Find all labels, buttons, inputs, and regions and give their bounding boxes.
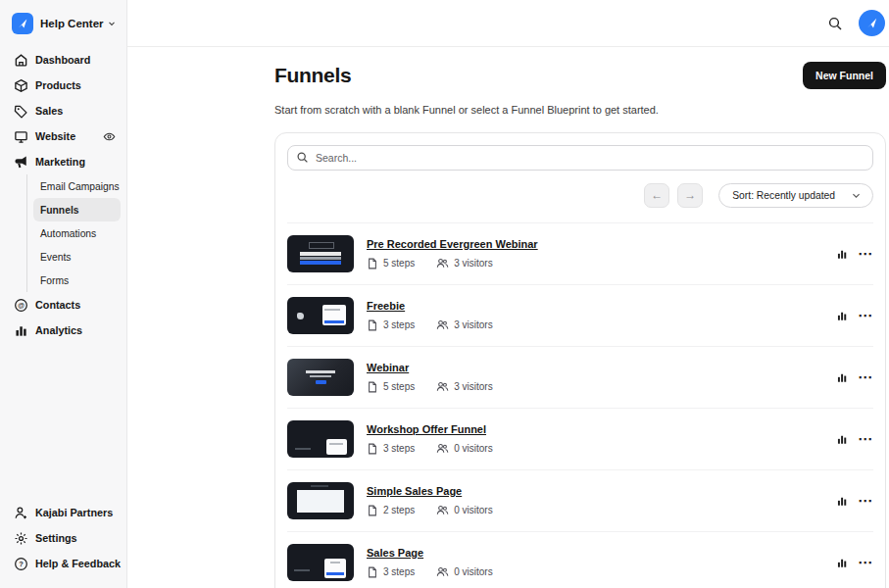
funnel-thumbnail[interactable]	[287, 420, 354, 458]
funnel-analytics-icon[interactable]	[836, 371, 849, 384]
funnel-thumbnail[interactable]	[287, 235, 354, 272]
sidebar-item-sales[interactable]: Sales	[0, 98, 126, 123]
sidebar: Help Center Dashboard Products Sales	[0, 0, 127, 588]
funnel-row: Freebie 3 steps 3 visitors ⋯	[287, 284, 873, 346]
more-menu-button[interactable]: ⋯	[858, 558, 873, 567]
steps-count: 2 steps	[367, 505, 415, 516]
sidebar-item-settings[interactable]: Settings	[0, 525, 126, 551]
gear-icon	[14, 531, 28, 546]
search-input[interactable]	[287, 145, 873, 171]
page-icon	[367, 319, 378, 331]
svg-text:@: @	[18, 301, 25, 308]
funnel-analytics-icon[interactable]	[836, 310, 849, 322]
funnels-card: ← → Sort: Recently updated Pre Recorded …	[274, 132, 886, 588]
steps-count: 3 steps	[367, 319, 415, 331]
chevron-down-icon	[851, 190, 862, 201]
page-icon	[367, 505, 378, 516]
funnel-title-link[interactable]: Sales Page	[367, 547, 493, 559]
more-menu-button[interactable]: ⋯	[858, 311, 873, 320]
next-page-button[interactable]: →	[677, 183, 703, 208]
tag-icon	[14, 104, 28, 119]
funnel-row: Simple Sales Page 2 steps 0 visitors ⋯	[287, 469, 873, 531]
at-circle-icon: @	[14, 298, 28, 313]
steps-count: 5 steps	[367, 381, 415, 393]
sidebar-item-contacts[interactable]: @ Contacts	[0, 292, 126, 318]
sidebar-item-website[interactable]: Website	[0, 123, 126, 149]
steps-count: 5 steps	[367, 258, 415, 270]
eye-icon[interactable]	[103, 130, 116, 143]
search-icon[interactable]	[820, 9, 850, 38]
sidebar-nav: Dashboard Products Sales Website	[0, 47, 126, 343]
more-menu-button[interactable]: ⋯	[858, 434, 873, 444]
question-circle-icon: ?	[14, 557, 28, 571]
sidebar-item-analytics[interactable]: Analytics	[0, 318, 126, 343]
funnel-list: Pre Recorded Evergreen Webinar 5 steps 3…	[287, 222, 873, 588]
people-icon	[436, 380, 449, 393]
funnel-row: Workshop Offer Funnel 3 steps 0 visitors…	[287, 408, 873, 469]
sidebar-item-label: Marketing	[35, 156, 85, 168]
visitors-count: 0 visitors	[436, 565, 492, 578]
megaphone-icon	[14, 155, 28, 170]
sidebar-subitem-events[interactable]: Events	[33, 245, 121, 269]
people-icon	[436, 257, 449, 270]
funnel-row: Pre Recorded Evergreen Webinar 5 steps 3…	[287, 222, 873, 284]
people-icon	[436, 442, 449, 455]
visitors-count: 3 visitors	[436, 318, 492, 331]
sidebar-item-marketing[interactable]: Marketing	[0, 149, 126, 174]
funnel-title-link[interactable]: Simple Sales Page	[367, 485, 493, 497]
funnel-title-link[interactable]: Workshop Offer Funnel	[367, 423, 493, 435]
visitors-count: 0 visitors	[436, 442, 492, 455]
sidebar-item-label: Sales	[35, 105, 63, 117]
page-icon	[367, 381, 378, 393]
sidebar-item-products[interactable]: Products	[0, 73, 126, 98]
sidebar-subitem-forms[interactable]: Forms	[33, 269, 121, 292]
page-icon	[367, 443, 378, 455]
sidebar-footer: Kajabi Partners Settings ? Help & Feedba…	[0, 500, 126, 576]
funnel-row: Sales Page 3 steps 0 visitors ⋯	[287, 531, 873, 588]
workspace-name: Help Center	[40, 18, 104, 29]
more-menu-button[interactable]: ⋯	[858, 372, 873, 382]
people-icon	[436, 318, 449, 331]
sidebar-item-label: Kajabi Partners	[35, 507, 113, 518]
funnel-thumbnail[interactable]	[287, 297, 354, 334]
funnel-title-link[interactable]: Pre Recorded Evergreen Webinar	[367, 238, 538, 250]
sidebar-subitem-email-campaigns[interactable]: Email Campaigns	[33, 174, 121, 198]
monitor-icon	[14, 129, 28, 144]
sidebar-item-kajabi-partners[interactable]: Kajabi Partners	[0, 500, 126, 525]
funnel-thumbnail[interactable]	[287, 482, 354, 519]
prev-page-button[interactable]: ←	[644, 183, 669, 208]
sort-dropdown[interactable]: Sort: Recently updated	[718, 183, 873, 208]
more-menu-button[interactable]: ⋯	[858, 496, 873, 506]
sidebar-item-label: Dashboard	[35, 54, 90, 66]
workspace-switcher[interactable]: Help Center	[0, 0, 126, 39]
sidebar-item-label: Settings	[35, 532, 77, 544]
page-title: Funnels	[274, 64, 351, 87]
more-menu-button[interactable]: ⋯	[858, 249, 873, 259]
funnel-title-link[interactable]: Freebie	[367, 300, 493, 312]
sidebar-subitem-funnels[interactable]: Funnels	[33, 198, 121, 221]
main-content: Funnels New Funnel Start from scratch wi…	[127, 47, 889, 588]
funnel-thumbnail[interactable]	[287, 544, 354, 581]
sidebar-item-help-feedback[interactable]: ? Help & Feedback	[0, 551, 126, 576]
chevron-down-icon	[107, 19, 117, 28]
funnel-analytics-icon[interactable]	[836, 495, 849, 508]
sidebar-item-label: Analytics	[35, 324, 82, 336]
funnel-title-link[interactable]: Webinar	[367, 362, 493, 373]
bar-chart-icon	[14, 323, 28, 338]
sidebar-item-label: Website	[35, 130, 75, 142]
person-plus-icon	[14, 506, 28, 520]
funnel-row: Webinar 5 steps 3 visitors ⋯	[287, 346, 873, 408]
page-icon	[367, 566, 378, 578]
funnel-analytics-icon[interactable]	[836, 248, 849, 261]
sidebar-item-dashboard[interactable]: Dashboard	[0, 47, 126, 73]
steps-count: 3 steps	[367, 566, 415, 578]
page-subtitle: Start from scratch with a blank Funnel o…	[274, 104, 886, 116]
people-icon	[436, 504, 449, 516]
new-funnel-button[interactable]: New Funnel	[803, 62, 886, 89]
visitors-count: 0 visitors	[436, 504, 492, 516]
funnel-thumbnail[interactable]	[287, 359, 354, 396]
funnel-analytics-icon[interactable]	[836, 557, 849, 569]
funnel-analytics-icon[interactable]	[836, 433, 849, 446]
sidebar-subitem-automations[interactable]: Automations	[33, 221, 121, 245]
kajabi-avatar[interactable]	[859, 10, 885, 36]
